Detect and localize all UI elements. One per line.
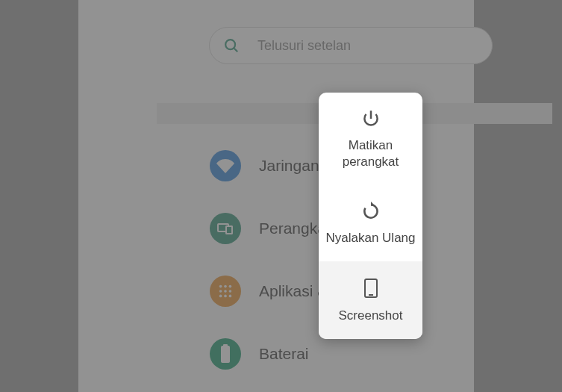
power-icon [361, 109, 381, 128]
power-menu-label: Matikan perangkat [325, 137, 416, 170]
screenshot-icon [363, 278, 379, 299]
modal-dim-overlay[interactable] [0, 0, 562, 392]
power-off-button[interactable]: Matikan perangkat [319, 93, 422, 185]
screenshot-button[interactable]: Screenshot [319, 261, 422, 339]
restart-button[interactable]: Nyalakan Ulang [319, 185, 422, 261]
restart-icon [361, 202, 381, 221]
power-menu-label: Screenshot [339, 308, 403, 324]
power-menu-label: Nyalakan Ulang [325, 230, 415, 246]
power-menu: Matikan perangkat Nyalakan Ulang Screens… [319, 93, 422, 339]
